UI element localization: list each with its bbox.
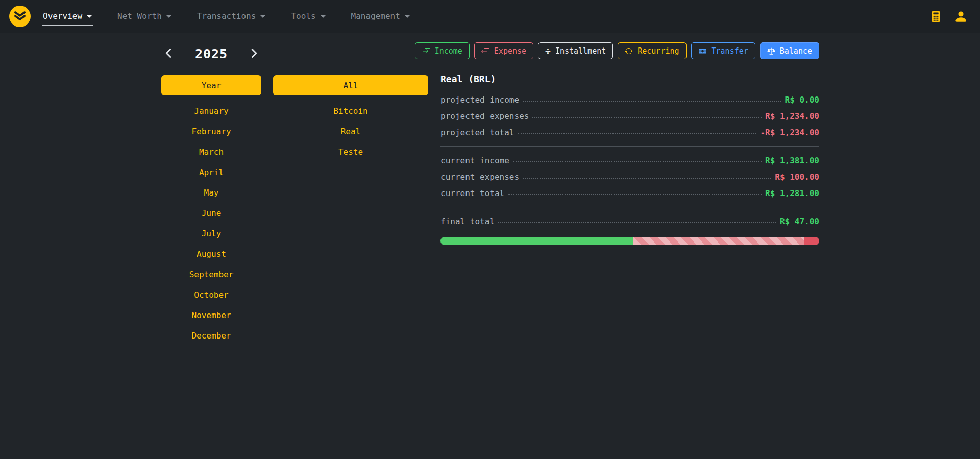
dotted-leader bbox=[523, 178, 771, 179]
income-button[interactable]: Income bbox=[415, 42, 470, 59]
row-value: -R$ 1,234.00 bbox=[760, 128, 819, 137]
user-profile-icon[interactable] bbox=[954, 10, 968, 23]
row-value: R$ 100.00 bbox=[775, 172, 819, 182]
month-item-january[interactable]: January bbox=[161, 101, 261, 121]
summary-row-projected-total: projected total -R$ 1,234.00 bbox=[440, 124, 819, 140]
summary-row-current-income: current income R$ 1,381.00 bbox=[440, 152, 819, 168]
summary-row-projected-expenses: projected expenses R$ 1,234.00 bbox=[440, 108, 819, 124]
row-value: R$ 1,381.00 bbox=[765, 156, 819, 165]
nav-item-net-worth[interactable]: Net Worth bbox=[116, 7, 173, 26]
calculator-icon[interactable] bbox=[930, 11, 942, 22]
nav-label: Tools bbox=[291, 11, 315, 21]
prev-year-button[interactable] bbox=[162, 46, 175, 62]
expense-button[interactable]: Expense bbox=[474, 42, 533, 59]
month-item-june[interactable]: June bbox=[161, 203, 261, 223]
navbar-right bbox=[930, 10, 971, 23]
progress-segment-striped-expense bbox=[633, 237, 804, 245]
nav-item-overview[interactable]: Overview bbox=[42, 7, 93, 26]
nav-label: Net Worth bbox=[117, 11, 162, 21]
account-item-teste[interactable]: Teste bbox=[273, 141, 428, 162]
dotted-leader bbox=[508, 194, 762, 195]
month-item-april[interactable]: April bbox=[161, 162, 261, 182]
account-list: Bitcoin Real Teste bbox=[273, 101, 428, 162]
summary-row-current-expenses: current expenses R$ 100.00 bbox=[440, 168, 819, 185]
chevron-down-icon bbox=[405, 15, 410, 20]
month-item-december[interactable]: December bbox=[161, 325, 261, 346]
repeat-icon bbox=[625, 47, 633, 55]
row-label: current expenses bbox=[440, 172, 519, 182]
currency-section-title: Real (BRL) bbox=[440, 74, 819, 84]
row-label: final total bbox=[440, 216, 495, 226]
month-item-march[interactable]: March bbox=[161, 141, 261, 162]
period-selector: 2025 Year January February March April M… bbox=[161, 33, 261, 346]
income-expense-progress-bar bbox=[440, 237, 819, 245]
current-year-label: 2025 bbox=[195, 46, 228, 61]
logo-wings-icon bbox=[13, 9, 27, 24]
summary-rows: projected income R$ 0.00 projected expen… bbox=[440, 91, 819, 229]
all-accounts-button[interactable]: All bbox=[273, 75, 428, 95]
nav-label: Overview bbox=[43, 11, 82, 21]
next-year-button[interactable] bbox=[248, 46, 260, 62]
app-logo[interactable] bbox=[9, 6, 31, 27]
nav-item-management[interactable]: Management bbox=[350, 7, 411, 26]
nav-label: Management bbox=[351, 11, 400, 21]
row-value: R$ 0.00 bbox=[785, 95, 819, 105]
month-item-february[interactable]: February bbox=[161, 121, 261, 141]
dotted-leader bbox=[513, 161, 762, 162]
row-label: projected expenses bbox=[440, 111, 529, 121]
dotted-leader bbox=[498, 222, 776, 223]
button-label: Installment bbox=[555, 46, 606, 56]
month-item-july[interactable]: July bbox=[161, 223, 261, 244]
account-selector: All Bitcoin Real Teste bbox=[273, 33, 428, 162]
cash-transfer-icon bbox=[698, 47, 707, 55]
button-label: Recurring bbox=[638, 46, 679, 56]
account-item-real[interactable]: Real bbox=[273, 121, 428, 141]
button-label: Balance bbox=[780, 46, 812, 56]
year-navigator: 2025 bbox=[161, 43, 261, 64]
recurring-button[interactable]: Recurring bbox=[618, 42, 686, 59]
box-arrow-in-icon bbox=[422, 47, 430, 55]
month-item-may[interactable]: May bbox=[161, 182, 261, 203]
progress-segment-income bbox=[440, 237, 633, 245]
main-content: 2025 Year January February March April M… bbox=[0, 33, 980, 458]
month-item-september[interactable]: September bbox=[161, 264, 261, 284]
main-nav: Overview Net Worth Transactions Tools Ma… bbox=[42, 7, 411, 26]
dotted-leader bbox=[532, 117, 762, 118]
button-label: Expense bbox=[494, 46, 526, 56]
nav-item-tools[interactable]: Tools bbox=[290, 7, 326, 26]
summary-panel: Income Expense ÷ Installment Recurring bbox=[440, 33, 819, 245]
chevron-down-icon bbox=[166, 15, 172, 20]
row-label: projected total bbox=[440, 128, 514, 137]
button-label: Income bbox=[435, 46, 462, 56]
section-divider bbox=[440, 146, 819, 147]
year-button[interactable]: Year bbox=[161, 75, 261, 95]
summary-row-final-total: final total R$ 47.00 bbox=[440, 213, 819, 229]
chevron-right-icon bbox=[250, 52, 258, 60]
row-label: current income bbox=[440, 156, 509, 165]
chevron-down-icon bbox=[260, 15, 265, 20]
month-item-august[interactable]: August bbox=[161, 244, 261, 264]
transfer-button[interactable]: Transfer bbox=[691, 42, 755, 59]
section-divider bbox=[440, 207, 819, 207]
balance-button[interactable]: Balance bbox=[760, 42, 819, 59]
installment-button[interactable]: ÷ Installment bbox=[538, 42, 613, 59]
scales-icon bbox=[767, 47, 775, 55]
row-label: current total bbox=[440, 188, 504, 198]
row-label: projected income bbox=[440, 95, 519, 105]
nav-label: Transactions bbox=[197, 11, 256, 21]
division-icon: ÷ bbox=[545, 46, 551, 56]
transaction-actions: Income Expense ÷ Installment Recurring bbox=[440, 42, 819, 59]
month-item-november[interactable]: November bbox=[161, 305, 261, 325]
nav-item-transactions[interactable]: Transactions bbox=[196, 7, 267, 26]
chevron-down-icon bbox=[87, 15, 92, 20]
month-item-october[interactable]: October bbox=[161, 284, 261, 305]
top-navbar: Overview Net Worth Transactions Tools Ma… bbox=[0, 0, 980, 33]
account-item-bitcoin[interactable]: Bitcoin bbox=[273, 101, 428, 121]
dotted-leader bbox=[518, 133, 757, 134]
dotted-leader bbox=[523, 101, 781, 102]
month-list: January February March April May June Ju… bbox=[161, 101, 261, 346]
box-arrow-out-icon bbox=[481, 47, 489, 55]
progress-segment-expense bbox=[804, 237, 819, 245]
row-value: R$ 1,234.00 bbox=[765, 111, 819, 121]
row-value: R$ 1,281.00 bbox=[765, 188, 819, 198]
